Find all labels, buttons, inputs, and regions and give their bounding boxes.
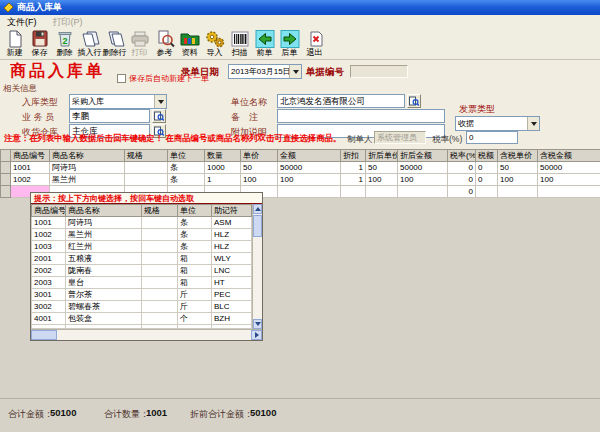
- grid-header[interactable]: 折扣: [341, 150, 366, 162]
- scroll-thumb[interactable]: [31, 330, 57, 340]
- cell-mnemonic[interactable]: BLC: [212, 301, 252, 313]
- cell-spec[interactable]: [142, 241, 178, 253]
- product-row[interactable]: 1001阿诗玛条ASM: [32, 217, 252, 229]
- grid-header[interactable]: 折后金额: [398, 150, 448, 162]
- cell-code[interactable]: 1002: [32, 229, 66, 241]
- product-row[interactable]: 4001包装盒个BZH: [32, 313, 252, 325]
- toolbar-button-insert-row[interactable]: 插入行: [77, 30, 102, 59]
- grid-cell[interactable]: 50000: [278, 162, 341, 174]
- grid-cell[interactable]: 1: [341, 174, 366, 186]
- product-row-clipped[interactable]: [32, 325, 252, 329]
- grid-cell[interactable]: 100: [538, 174, 600, 186]
- popup-vertical-scrollbar[interactable]: [252, 204, 262, 329]
- row-selector[interactable]: [1, 174, 11, 186]
- grid-header[interactable]: 含税单价: [498, 150, 538, 162]
- cell-unit[interactable]: 个: [178, 313, 212, 325]
- cell-unit[interactable]: 条: [178, 229, 212, 241]
- grid-header[interactable]: 税率(%): [448, 150, 476, 162]
- grid-header[interactable]: 含税金额: [538, 150, 600, 162]
- cell-name[interactable]: 普尔茶: [66, 289, 142, 301]
- cell-spec[interactable]: [142, 289, 178, 301]
- cell-name[interactable]: 五粮液: [66, 253, 142, 265]
- cell-name[interactable]: 陇南春: [66, 265, 142, 277]
- grid-header[interactable]: 规格: [125, 150, 168, 162]
- cell-mnemonic[interactable]: ASM: [212, 217, 252, 229]
- grid-cell[interactable]: 条: [168, 162, 205, 174]
- toolbar-button-reference[interactable]: 参考: [152, 30, 177, 59]
- cell-unit[interactable]: 条: [178, 217, 212, 229]
- invoice-type-combo[interactable]: 收据: [455, 116, 540, 131]
- grid-cell[interactable]: 100: [498, 174, 538, 186]
- toolbar-button-materials[interactable]: 资料: [177, 30, 202, 59]
- grid-cell[interactable]: 50: [498, 162, 538, 174]
- cell-mnemonic[interactable]: PEC: [212, 289, 252, 301]
- scroll-right-button[interactable]: [251, 330, 262, 340]
- toolbar-button-delete-row[interactable]: 删除行: [102, 30, 127, 59]
- cell-unit[interactable]: 条: [178, 241, 212, 253]
- toolbar-button-delete[interactable]: 2 删除: [52, 30, 77, 59]
- product-row[interactable]: 2003皇台箱HT: [32, 277, 252, 289]
- product-row[interactable]: 3001普尔茶斤PEC: [32, 289, 252, 301]
- cell-code[interactable]: 3001: [32, 289, 66, 301]
- cell-unit[interactable]: 箱: [178, 265, 212, 277]
- grid-cell[interactable]: 50: [241, 162, 278, 174]
- docno-field[interactable]: [350, 65, 408, 78]
- cell-unit[interactable]: 箱: [178, 253, 212, 265]
- product-row[interactable]: 1002黑兰州条HLZ: [32, 229, 252, 241]
- grid-cell[interactable]: 100: [398, 174, 448, 186]
- grid-cell[interactable]: 100: [366, 174, 398, 186]
- cell-mnemonic[interactable]: BZH: [212, 313, 252, 325]
- toolbar-button-exit[interactable]: 退出: [302, 30, 327, 59]
- grid-header[interactable]: 金额: [278, 150, 341, 162]
- cell-name[interactable]: 包装盒: [66, 313, 142, 325]
- scroll-track[interactable]: [57, 330, 251, 340]
- grid-cell[interactable]: [125, 162, 168, 174]
- scroll-thumb[interactable]: [253, 215, 262, 237]
- row-selector[interactable]: [1, 186, 11, 198]
- company-field[interactable]: 北京鸿发名酒有限公司: [277, 94, 405, 108]
- cell-name[interactable]: 碧螺春茶: [66, 301, 142, 313]
- product-row[interactable]: 2001五粮液箱WLY: [32, 253, 252, 265]
- grid-cell[interactable]: 阿诗玛: [50, 162, 125, 174]
- clerk-lookup-button[interactable]: [152, 109, 166, 123]
- grid-cell[interactable]: 100: [241, 174, 278, 186]
- grid-cell[interactable]: 黑兰州: [50, 174, 125, 186]
- popup-horizontal-scrollbar[interactable]: [31, 329, 262, 340]
- cell-spec[interactable]: [142, 313, 178, 325]
- grid-cell[interactable]: [398, 186, 448, 198]
- cell-code[interactable]: 1001: [32, 217, 66, 229]
- toolbar-button-save[interactable]: 保存: [27, 30, 52, 59]
- menu-file[interactable]: 文件(F): [7, 16, 37, 29]
- grid-header[interactable]: 商品名称: [50, 150, 125, 162]
- grid-cell[interactable]: [538, 186, 600, 198]
- grid-cell[interactable]: 0: [476, 174, 498, 186]
- grid-cell[interactable]: [476, 186, 498, 198]
- cell-unit[interactable]: 斤: [178, 289, 212, 301]
- grid-header[interactable]: 税额: [476, 150, 498, 162]
- intype-dropdown-button[interactable]: [154, 95, 166, 108]
- grid-cell[interactable]: 1: [205, 174, 241, 186]
- toolbar-button-next-doc[interactable]: 后单: [277, 30, 302, 59]
- grid-header[interactable]: 单价: [241, 150, 278, 162]
- cell-spec[interactable]: [142, 229, 178, 241]
- cell-spec[interactable]: [142, 217, 178, 229]
- product-row[interactable]: 2002陇南春箱LNC: [32, 265, 252, 277]
- cell-mnemonic[interactable]: HLZ: [212, 241, 252, 253]
- grid-header[interactable]: 折后单价: [366, 150, 398, 162]
- grid-cell[interactable]: 1000: [205, 162, 241, 174]
- cell-spec[interactable]: [142, 265, 178, 277]
- scroll-up-button[interactable]: [253, 204, 262, 214]
- grid-cell[interactable]: 1: [341, 162, 366, 174]
- grid-cell[interactable]: [498, 186, 538, 198]
- toolbar-button-scan[interactable]: 扫描: [227, 30, 252, 59]
- company-lookup-button[interactable]: [407, 94, 421, 108]
- cell-name[interactable]: 黑兰州: [66, 229, 142, 241]
- cell-spec[interactable]: [142, 301, 178, 313]
- toolbar-button-import[interactable]: 导入: [202, 30, 227, 59]
- date-dropdown-button[interactable]: [289, 65, 301, 78]
- intype-combo[interactable]: 采购入库: [69, 94, 167, 109]
- cell-mnemonic[interactable]: LNC: [212, 265, 252, 277]
- grid-cell[interactable]: [278, 186, 341, 198]
- autosave-checkbox[interactable]: [117, 74, 126, 83]
- scroll-down-button[interactable]: [253, 319, 262, 329]
